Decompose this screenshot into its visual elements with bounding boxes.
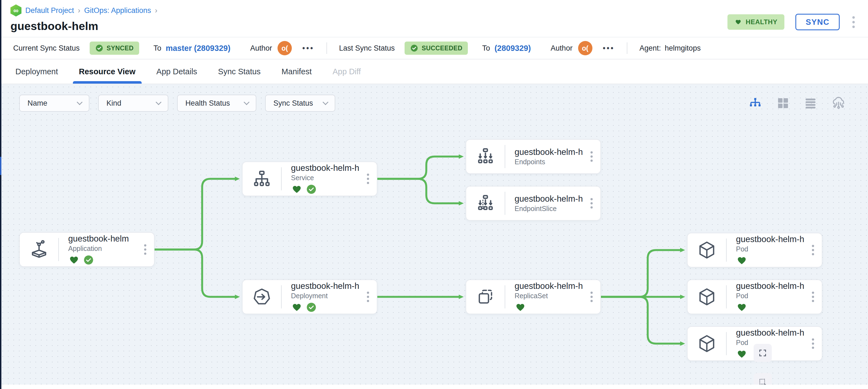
filter-row: Name Kind Health Status Sync Status	[19, 95, 846, 112]
more-authors-button[interactable]: •••	[603, 44, 615, 53]
healthy-heart-icon	[68, 255, 80, 265]
tab-deployment[interactable]: Deployment	[5, 59, 68, 84]
author-avatar: o(	[278, 41, 292, 55]
chevron-down-icon	[77, 99, 83, 105]
node-title: guestbook-helm-helm-g...	[291, 163, 359, 173]
node-replicaset[interactable]: guestbook-helm-helm-g... ReplicaSet	[466, 279, 601, 314]
tab-bar: Deployment Resource View App Details Syn…	[0, 59, 868, 84]
tab-app-diff: App Diff	[322, 59, 371, 84]
app-sidebar-edge	[0, 0, 1, 389]
pod-icon	[688, 239, 726, 262]
node-service[interactable]: guestbook-helm-helm-g... Service	[242, 161, 377, 196]
pod-icon	[688, 332, 726, 355]
last-revision-link[interactable]: (2809329)	[495, 44, 531, 53]
current-revision-link[interactable]: master (2809329)	[165, 44, 230, 53]
breadcrumb-separator: ›	[78, 6, 80, 15]
tab-app-details[interactable]: App Details	[146, 59, 208, 84]
breadcrumb-link-project[interactable]: Default Project	[25, 6, 74, 15]
healthy-heart-icon	[736, 349, 747, 359]
deployment-icon	[243, 285, 282, 308]
node-title: guestbook-helm-helm-g...	[515, 194, 583, 204]
node-menu-kebab[interactable]	[136, 244, 154, 255]
status-bar: Current Sync Status SYNCED To master (28…	[0, 37, 868, 59]
tab-manifest[interactable]: Manifest	[271, 59, 322, 84]
node-kind: EndpointSlice	[515, 205, 583, 213]
node-title: guestbook-helm-helm-g...	[291, 281, 359, 291]
node-menu-kebab[interactable]	[804, 292, 822, 302]
node-title: guestbook-helm-helm-g...	[515, 147, 583, 157]
agent-value: helmgitops	[665, 44, 701, 53]
synced-check-icon	[306, 302, 316, 312]
filter-health-status-dropdown[interactable]: Health Status	[177, 95, 256, 112]
last-sync-badge: SUCCEEDED	[405, 41, 468, 55]
to-label: To	[482, 44, 490, 53]
tree-view-button[interactable]	[747, 95, 763, 111]
node-pod-1[interactable]: guestbook-helm-helm-g... Pod	[687, 233, 823, 267]
sidebar-active-indicator	[0, 157, 1, 175]
node-kind: Application	[68, 245, 136, 252]
node-title: guestbook-helm-helm-g...	[736, 328, 804, 338]
chevron-down-icon	[322, 99, 329, 105]
filter-name-dropdown[interactable]: Name	[19, 95, 89, 112]
node-kind: Deployment	[291, 292, 359, 300]
synced-check-icon	[306, 184, 316, 194]
more-authors-button[interactable]: •••	[302, 44, 314, 53]
project-logo-icon: ∞	[10, 4, 22, 17]
endpoints-icon	[466, 145, 505, 168]
node-menu-kebab[interactable]	[804, 245, 822, 255]
current-sync-badge-label: SYNCED	[107, 44, 134, 52]
app-menu-kebab[interactable]	[851, 14, 857, 30]
filter-kind-dropdown[interactable]: Kind	[98, 95, 168, 112]
node-kind: Pod	[736, 292, 804, 300]
heart-icon	[735, 19, 742, 25]
node-menu-kebab[interactable]	[359, 292, 377, 302]
sync-button[interactable]: SYNC	[796, 14, 840, 30]
node-title: guestbook-helm	[68, 234, 136, 244]
node-deployment[interactable]: guestbook-helm-helm-g... Deployment	[242, 279, 377, 314]
replicaset-icon	[466, 285, 505, 308]
agent-label: Agent:	[640, 44, 661, 53]
chevron-down-icon	[244, 99, 249, 105]
healthy-heart-icon	[291, 302, 303, 312]
node-menu-kebab[interactable]	[359, 174, 377, 184]
node-endpoints[interactable]: guestbook-helm-helm-g... Endpoints	[466, 139, 601, 174]
healthy-heart-icon	[736, 302, 747, 312]
node-menu-kebab[interactable]	[583, 292, 600, 302]
selection-box-icon	[758, 378, 767, 385]
current-sync-badge: SYNCED	[90, 41, 139, 55]
fit-selection-button[interactable]	[753, 373, 772, 385]
cloud-view-button[interactable]	[831, 95, 846, 111]
author-label: Author	[551, 44, 572, 53]
node-endpointslice[interactable]: guestbook-helm-helm-g... EndpointSlice	[466, 186, 601, 221]
check-circle-icon	[95, 44, 103, 52]
tab-sync-status[interactable]: Sync Status	[208, 59, 271, 84]
last-sync-badge-label: SUCCEEDED	[422, 44, 462, 52]
resource-graph-canvas[interactable]: Name Kind Health Status Sync Status	[0, 84, 868, 385]
node-pod-2[interactable]: guestbook-helm-helm-g... Pod	[687, 279, 823, 314]
grid-view-button[interactable]	[776, 96, 790, 111]
chevron-down-icon	[156, 99, 161, 105]
synced-check-icon	[84, 255, 94, 265]
healthy-heart-icon	[515, 302, 526, 312]
view-toggle-group	[747, 95, 846, 111]
node-application[interactable]: guestbook-helm Application	[19, 232, 155, 267]
health-status-badge[interactable]: HEALTHY	[727, 14, 784, 30]
node-menu-kebab[interactable]	[583, 151, 600, 162]
node-menu-kebab[interactable]	[804, 338, 822, 349]
health-badge-label: HEALTHY	[746, 18, 777, 26]
list-view-button[interactable]	[803, 96, 818, 111]
node-menu-kebab[interactable]	[583, 198, 600, 209]
node-kind: ReplicaSet	[515, 292, 583, 300]
breadcrumb-link-applications[interactable]: GitOps: Applications	[84, 6, 151, 15]
application-icon	[20, 238, 59, 261]
header-actions: HEALTHY SYNC	[727, 14, 857, 30]
check-circle-icon	[410, 44, 418, 52]
healthy-heart-icon	[736, 255, 747, 266]
breadcrumb-separator: ›	[155, 6, 157, 15]
node-kind: Pod	[736, 245, 804, 253]
filter-label: Kind	[106, 99, 121, 108]
filter-label: Health Status	[185, 99, 230, 108]
fullscreen-button[interactable]	[753, 344, 772, 362]
tab-resource-view[interactable]: Resource View	[68, 59, 146, 84]
filter-sync-status-dropdown[interactable]: Sync Status	[265, 95, 335, 112]
